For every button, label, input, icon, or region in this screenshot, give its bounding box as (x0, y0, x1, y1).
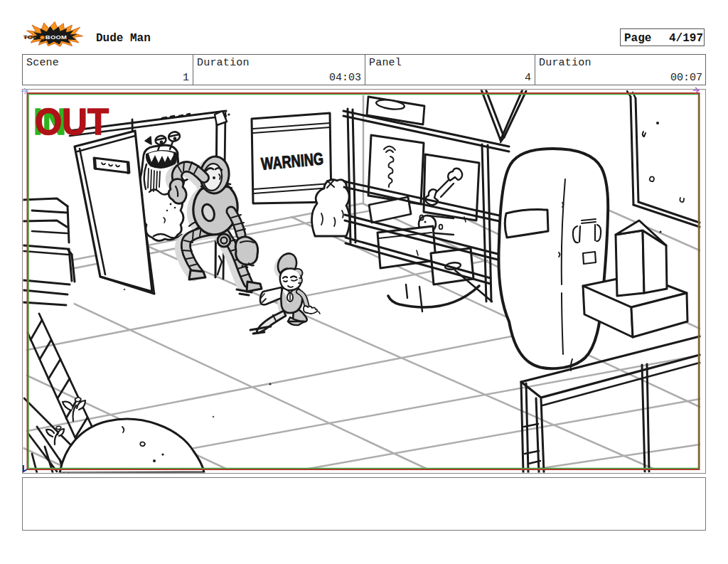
svg-text:OUT: OUT (35, 101, 109, 142)
